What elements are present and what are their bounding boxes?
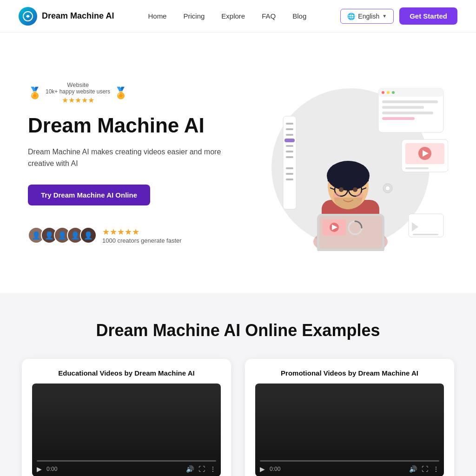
hero-left: 🏅 Website 10k+ happy website users ★★★★★… (28, 81, 238, 244)
svg-rect-24 (286, 173, 293, 175)
more-icon-2[interactable]: ⋮ (433, 465, 439, 473)
video-player-1: ▶ 0:00 🔊 ⛶ ⋮ (32, 383, 221, 476)
proof-stars: ★★★★★ (102, 227, 182, 237)
volume-icon-1[interactable]: 🔊 (186, 465, 194, 473)
avatar: 👤 (80, 227, 97, 244)
get-started-button[interactable]: Get Started (399, 7, 457, 25)
svg-point-46 (353, 187, 357, 192)
progress-bar-2[interactable] (260, 460, 439, 462)
svg-rect-17 (286, 123, 293, 125)
svg-point-4 (382, 91, 384, 94)
svg-rect-19 (286, 134, 293, 136)
proof-text-area: ★★★★★ 1000 creators generate faster (102, 227, 182, 244)
card-title-promotional: Promotional Videos by Dream Machine AI (255, 369, 444, 377)
svg-rect-21 (286, 151, 293, 152)
nav-blog[interactable]: Blog (292, 12, 306, 20)
svg-rect-9 (382, 112, 433, 114)
examples-section: Dream Machine AI Online Examples Educati… (0, 293, 476, 476)
chevron-down-icon: ▼ (382, 13, 387, 19)
svg-rect-22 (286, 156, 293, 158)
svg-rect-15 (405, 167, 429, 169)
svg-rect-26 (284, 139, 295, 142)
hero-section: 🏅 Website 10k+ happy website users ★★★★★… (0, 33, 476, 293)
nav-links: Home Pricing Explore FAQ Blog (148, 12, 306, 20)
svg-point-6 (392, 91, 395, 94)
video-controls-2: ▶ 0:00 🔊 ⛶ ⋮ (255, 456, 444, 476)
nav-faq[interactable]: FAQ (262, 12, 276, 20)
badge-subtitle: 10k+ happy website users (46, 88, 110, 95)
hero-svg (244, 74, 448, 251)
nav-pricing[interactable]: Pricing (183, 12, 205, 20)
laurel-left-icon: 🏅 (28, 86, 42, 99)
laurel-right-icon: 🏅 (114, 86, 128, 99)
play-button-1[interactable]: ▶ (37, 465, 42, 473)
video-time-1: 0:00 (46, 466, 57, 472)
more-icon-1[interactable]: ⋮ (210, 465, 216, 473)
video-time-2: 0:00 (270, 466, 280, 472)
volume-icon-2[interactable]: 🔊 (409, 465, 417, 473)
svg-rect-23 (286, 167, 293, 169)
hero-title: Dream Machine AI (28, 114, 238, 138)
navbar: Dream Machine AI Home Pricing Explore FA… (0, 0, 476, 33)
svg-rect-10 (382, 117, 415, 120)
progress-bar-1[interactable] (37, 460, 216, 462)
nav-right: 🌐 English ▼ Get Started (340, 7, 457, 25)
svg-point-5 (387, 91, 390, 94)
fullscreen-icon-2[interactable]: ⛶ (422, 465, 428, 473)
hero-description: Dream Machine AI makes creating videos e… (28, 146, 238, 170)
svg-rect-20 (286, 145, 293, 147)
video-card-promotional: Promotional Videos by Dream Machine AI ▶… (245, 359, 454, 476)
svg-rect-8 (382, 106, 424, 109)
logo-icon (19, 7, 37, 26)
svg-point-45 (339, 187, 344, 192)
video-player-2: ▶ 0:00 🔊 ⛶ ⋮ (255, 383, 444, 476)
video-cards-grid: Educational Videos by Dream Machine AI ▶… (19, 359, 457, 476)
brand-name: Dream Machine AI (42, 11, 114, 21)
video-card-educational: Educational Videos by Dream Machine AI ▶… (22, 359, 231, 476)
hero-badge: 🏅 Website 10k+ happy website users ★★★★★… (28, 81, 238, 105)
badge-stars: ★★★★★ (46, 96, 110, 105)
play-button-2[interactable]: ▶ (260, 465, 265, 473)
lang-flag: 🌐 (347, 13, 355, 20)
svg-rect-25 (286, 178, 293, 180)
svg-rect-18 (286, 128, 293, 130)
card-title-educational: Educational Videos by Dream Machine AI (32, 369, 221, 377)
nav-explore[interactable]: Explore (221, 12, 245, 20)
examples-title: Dream Machine AI Online Examples (19, 321, 457, 340)
fullscreen-icon-1[interactable]: ⛶ (198, 465, 205, 473)
video-controls-1: ▶ 0:00 🔊 ⛶ ⋮ (32, 456, 221, 476)
language-selector[interactable]: 🌐 English ▼ (340, 9, 394, 24)
logo-area[interactable]: Dream Machine AI (19, 7, 114, 26)
hero-illustration (238, 74, 448, 251)
avatar-group: 👤 👤 👤 👤 👤 (28, 227, 97, 244)
proof-label: 1000 creators generate faster (102, 237, 182, 244)
nav-home[interactable]: Home (148, 12, 166, 20)
svg-point-50 (385, 186, 390, 191)
svg-rect-29 (413, 234, 438, 235)
svg-rect-7 (382, 100, 438, 103)
badge-title: Website (46, 81, 110, 88)
svg-rect-51 (397, 246, 430, 250)
try-online-button[interactable]: Try Dream Machine AI Online (28, 185, 150, 205)
badge-content: Website 10k+ happy website users ★★★★★ (46, 81, 110, 105)
social-proof: 👤 👤 👤 👤 👤 ★★★★★ 1000 creators generate f… (28, 227, 238, 244)
lang-label: English (358, 13, 379, 20)
